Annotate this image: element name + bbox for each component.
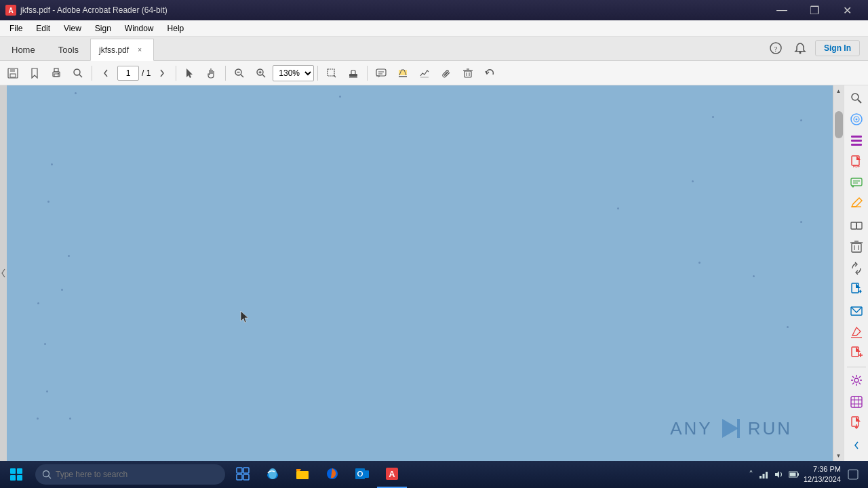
hand-tool-button[interactable] [201, 63, 222, 83]
svg-rect-95 [797, 473, 799, 476]
right-panel-mail-button[interactable] [846, 301, 867, 321]
dust-particle [753, 275, 755, 277]
svg-point-36 [852, 94, 859, 100]
scroll-thumb[interactable] [835, 111, 843, 138]
highlight-button[interactable] [393, 63, 413, 83]
clock-time: 7:36 PM [804, 464, 841, 474]
tab-home[interactable]: Home [0, 39, 47, 60]
scroll-down-button[interactable]: ▼ [833, 450, 844, 461]
menu-sign[interactable]: Sign [88, 20, 118, 36]
svg-point-64 [854, 378, 859, 382]
save-button[interactable] [3, 63, 23, 83]
start-button[interactable] [0, 461, 33, 488]
undo-button[interactable] [479, 63, 500, 83]
comment-button[interactable] [371, 63, 391, 83]
svg-line-76 [49, 476, 52, 479]
dust-particle [47, 201, 50, 203]
menu-file[interactable]: File [3, 20, 29, 36]
svg-point-82 [269, 468, 277, 479]
network-icon[interactable] [757, 468, 770, 481]
zoom-out-button[interactable] [229, 63, 250, 83]
tab-close-button[interactable]: × [134, 45, 145, 56]
zoom-in-button[interactable] [251, 63, 271, 83]
show-hidden-icons-button[interactable]: ˄ [747, 468, 755, 481]
mouse-cursor [240, 310, 250, 324]
minimize-button[interactable]: — [766, 0, 797, 20]
svg-rect-65 [851, 396, 862, 407]
find-button[interactable] [68, 63, 88, 83]
firefox-taskbar-button[interactable] [317, 461, 347, 488]
tab-tools[interactable]: Tools [47, 39, 90, 60]
dust-particle [712, 116, 714, 118]
system-tray: ˄ [747, 468, 801, 481]
menu-view[interactable]: View [57, 20, 88, 36]
right-panel-comment-button[interactable] [846, 173, 867, 192]
help-button[interactable]: ? [766, 39, 785, 58]
restore-button[interactable]: ❐ [799, 0, 830, 20]
right-panel-pdf-download-button[interactable] [846, 413, 867, 432]
left-panel-toggle[interactable] [0, 85, 7, 461]
svg-rect-96 [789, 473, 795, 476]
right-panel-pdf-export-button[interactable]: PDF [846, 152, 867, 171]
svg-rect-86 [362, 470, 369, 478]
delete-button[interactable] [458, 63, 478, 83]
volume-icon[interactable] [772, 468, 785, 481]
task-view-button[interactable] [228, 461, 258, 488]
svg-rect-43 [851, 144, 862, 146]
right-panel-counter-button[interactable] [846, 392, 867, 411]
battery-icon[interactable] [787, 469, 801, 480]
right-panel-scan-button[interactable] [846, 109, 867, 129]
right-panel-combine-button[interactable] [846, 216, 867, 235]
right-panel-collapse-button[interactable] [846, 436, 867, 455]
close-button[interactable]: ✕ [831, 0, 863, 20]
svg-rect-20 [328, 69, 334, 76]
right-panel-delete-button[interactable] [846, 237, 867, 257]
next-page-button[interactable] [152, 63, 172, 83]
sign-in-button[interactable]: Sign In [815, 40, 860, 56]
notification-button[interactable] [844, 465, 863, 484]
edge-taskbar-button[interactable] [258, 461, 288, 488]
svg-point-88 [359, 472, 362, 476]
menu-help[interactable]: Help [161, 20, 191, 36]
pdf-page: ANY RUN [7, 85, 833, 461]
menu-edit[interactable]: Edit [29, 20, 57, 36]
drawing-markup-button[interactable] [414, 63, 435, 83]
print-button[interactable] [46, 63, 66, 83]
stamp-button[interactable] [343, 63, 363, 83]
explorer-taskbar-button[interactable] [288, 461, 317, 488]
right-panel-pdf-plus-button[interactable] [846, 343, 867, 363]
scroll-up-button[interactable]: ▲ [833, 85, 844, 96]
prev-page-button[interactable] [96, 63, 116, 83]
right-panel-eraser-button[interactable] [846, 322, 867, 342]
page-input[interactable] [117, 66, 139, 81]
svg-point-40 [855, 119, 857, 121]
select-tool-button[interactable] [180, 63, 200, 83]
vertical-scrollbar[interactable]: ▲ ▼ [833, 85, 844, 461]
right-panel-organize-button[interactable] [846, 131, 867, 150]
right-panel-rotate-button[interactable] [846, 258, 867, 278]
tab-active-document[interactable]: jkfss.pdf × [90, 39, 154, 61]
acrobat-icon: A [384, 466, 400, 482]
tab-bar: Home Tools jkfss.pdf × ? Sign In [0, 37, 868, 61]
marquee-zoom-button[interactable] [321, 63, 342, 83]
svg-line-37 [858, 100, 861, 103]
dust-particle [37, 418, 39, 420]
dust-particle [617, 207, 619, 209]
acrobat-taskbar-button[interactable]: A [377, 461, 407, 488]
notifications-button[interactable] [791, 39, 810, 58]
right-panel-edit-button[interactable] [846, 195, 867, 214]
right-panel-search-button[interactable] [846, 88, 867, 108]
svg-point-75 [43, 471, 50, 477]
taskbar-search-input[interactable] [56, 470, 218, 479]
bookmark-button[interactable] [24, 63, 45, 83]
system-clock[interactable]: 7:36 PM 12/13/2024 [804, 464, 841, 485]
pdf-viewer[interactable]: ANY RUN [7, 85, 833, 461]
right-panel-settings-button[interactable] [846, 371, 867, 390]
menu-window[interactable]: Window [118, 20, 161, 36]
right-panel-export-button[interactable] [846, 279, 867, 299]
attach-button[interactable] [436, 63, 456, 83]
zoom-select[interactable]: 130% 50% 75% 100% 125% 150% 200% [273, 65, 314, 81]
taskbar-search[interactable] [35, 464, 225, 485]
svg-rect-53 [852, 243, 861, 252]
outlook-taskbar-button[interactable] [347, 461, 377, 488]
